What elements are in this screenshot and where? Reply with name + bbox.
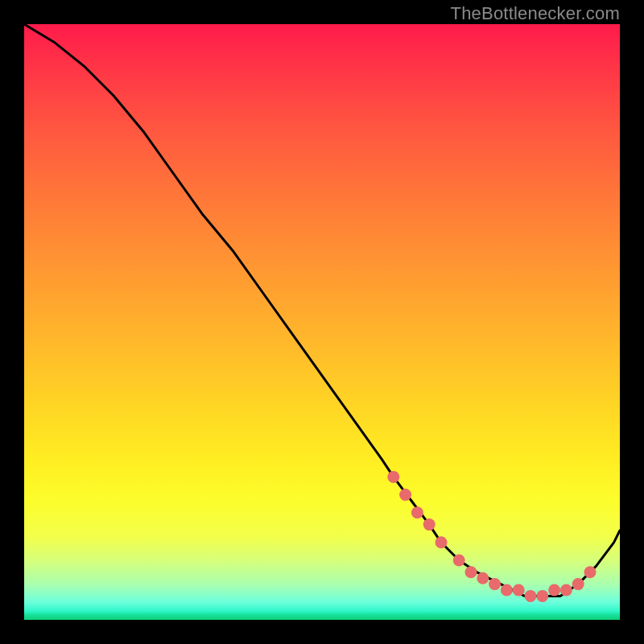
curve-marker xyxy=(423,518,436,530)
curve-marker xyxy=(572,578,584,590)
curve-marker xyxy=(436,536,448,548)
plot-area xyxy=(24,24,620,620)
curve-path xyxy=(24,24,620,596)
watermark-label: TheBottlenecker.com xyxy=(451,3,620,24)
curve-marker xyxy=(560,584,572,597)
curve-marker xyxy=(501,584,513,597)
chart-frame: TheBottlenecker.com xyxy=(0,0,644,644)
curve-marker xyxy=(453,555,465,567)
curve-marker xyxy=(513,584,525,597)
curve-marker xyxy=(411,506,423,518)
curve-marker xyxy=(399,489,411,501)
curve-marker xyxy=(536,590,548,602)
curve-marker xyxy=(465,566,477,578)
curve-marker xyxy=(489,578,501,590)
curve-marker xyxy=(584,566,597,578)
curve-marker xyxy=(525,590,537,602)
bottleneck-curve xyxy=(24,24,620,620)
curve-marker xyxy=(387,471,399,483)
curve-marker xyxy=(548,584,560,597)
marker-group xyxy=(387,471,596,602)
curve-marker xyxy=(477,572,489,584)
